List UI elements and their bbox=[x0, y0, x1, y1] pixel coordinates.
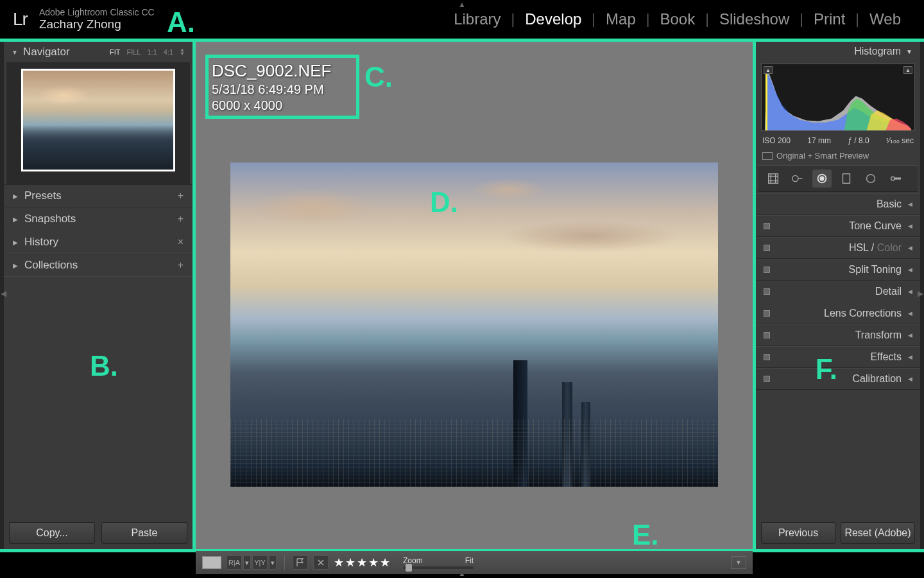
graduated-filter-tool-icon[interactable] bbox=[837, 170, 856, 188]
panel-switch-icon[interactable] bbox=[764, 288, 770, 295]
star-icon[interactable]: ★ bbox=[334, 556, 344, 570]
chevron-left-icon: ◀ bbox=[908, 310, 912, 317]
histogram-display[interactable]: ▲ ▲ bbox=[761, 64, 915, 131]
loupe-view-button[interactable] bbox=[202, 556, 221, 569]
module-web[interactable]: Web bbox=[859, 12, 911, 27]
clear-icon[interactable]: × bbox=[178, 236, 184, 248]
zoom-stepper-icon[interactable]: ▲▼ bbox=[180, 48, 185, 55]
star-icon[interactable]: ★ bbox=[380, 556, 390, 570]
adjustment-brush-tool-icon[interactable] bbox=[886, 170, 905, 188]
panel-label: Snapshots bbox=[24, 213, 76, 225]
module-library[interactable]: Library bbox=[443, 12, 511, 27]
panel-switch-icon[interactable] bbox=[764, 376, 770, 382]
panel-switch-icon[interactable] bbox=[764, 354, 770, 360]
panel-switch-icon[interactable] bbox=[764, 310, 770, 317]
previous-button[interactable]: Previous bbox=[761, 522, 835, 544]
flag-pick-icon[interactable] bbox=[293, 556, 308, 570]
detail-panel[interactable]: Detail ◀ bbox=[756, 281, 920, 302]
section-label: Split Toning bbox=[849, 264, 902, 276]
module-map[interactable]: Map bbox=[595, 12, 646, 27]
svg-rect-8 bbox=[894, 178, 900, 179]
navigator-preview[interactable] bbox=[21, 69, 175, 171]
before-after-dropdown-icon[interactable]: ▾ bbox=[243, 556, 251, 570]
rating-stars[interactable]: ★ ★ ★ ★ ★ bbox=[334, 556, 390, 570]
annotation-divider-left bbox=[193, 39, 196, 552]
annotation-label-b: B. bbox=[90, 350, 118, 382]
shadow-clipping-icon[interactable]: ▲ bbox=[764, 66, 773, 74]
svg-rect-0 bbox=[766, 71, 767, 130]
panel-toggle-right-icon[interactable]: ▶ bbox=[918, 289, 923, 298]
zoom-slider[interactable]: Zoom Fit bbox=[403, 556, 474, 569]
add-icon[interactable]: + bbox=[178, 259, 184, 271]
split-toning-panel[interactable]: Split Toning ◀ bbox=[756, 259, 920, 281]
paste-button[interactable]: Paste bbox=[101, 522, 187, 544]
navigator-header[interactable]: ▼ Navigator FIT FILL 1:1 4:1 ▲▼ bbox=[4, 42, 193, 62]
navigator-title: Navigator bbox=[23, 46, 70, 58]
panel-switch-icon[interactable] bbox=[764, 267, 770, 273]
snapshots-panel[interactable]: ▶ Snapshots + bbox=[4, 207, 193, 231]
zoom-fill[interactable]: FILL bbox=[126, 48, 141, 56]
redeye-tool-icon[interactable] bbox=[812, 170, 832, 188]
module-print[interactable]: Print bbox=[803, 12, 855, 27]
annotation-divider-right bbox=[753, 39, 756, 552]
annotation-label-e: E. bbox=[632, 519, 659, 551]
panel-label: Presets bbox=[24, 189, 62, 202]
highlight-clipping-icon[interactable]: ▲ bbox=[903, 66, 912, 74]
toolbar-options-dropdown-icon[interactable]: ▼ bbox=[731, 556, 746, 569]
hsl-panel[interactable]: HSL / Color ◀ bbox=[756, 237, 920, 259]
crop-tool-icon[interactable] bbox=[764, 170, 783, 188]
section-label: Transform bbox=[855, 329, 902, 341]
panel-switch-icon[interactable] bbox=[764, 332, 770, 338]
effects-panel[interactable]: Effects ◀ bbox=[756, 346, 920, 368]
copy-button[interactable]: Copy... bbox=[9, 522, 95, 544]
section-label: Effects bbox=[870, 351, 902, 363]
presets-panel[interactable]: ▶ Presets + bbox=[4, 184, 193, 207]
transform-panel[interactable]: Transform ◀ bbox=[756, 324, 920, 346]
histogram-header[interactable]: Histogram ▼ bbox=[756, 42, 920, 61]
flag-reject-icon[interactable] bbox=[313, 556, 329, 570]
zoom-track[interactable] bbox=[403, 566, 474, 569]
panel-toggle-top-icon[interactable]: ▲ bbox=[458, 0, 466, 9]
star-icon[interactable]: ★ bbox=[368, 556, 379, 570]
before-after-lr-button[interactable]: R|A bbox=[227, 556, 242, 570]
identity-plate[interactable]: Zachary Zhong bbox=[39, 17, 155, 31]
panel-toggle-left-icon[interactable]: ◀ bbox=[1, 289, 6, 298]
radial-filter-tool-icon[interactable] bbox=[861, 170, 880, 188]
decorative-cloud bbox=[470, 179, 547, 201]
chevron-left-icon: ◀ bbox=[908, 245, 912, 251]
calibration-panel[interactable]: Calibration ◀ bbox=[756, 368, 920, 390]
zoom-1to1[interactable]: 1:1 bbox=[147, 48, 157, 56]
before-after-dropdown-icon[interactable]: ▾ bbox=[269, 556, 277, 570]
star-icon[interactable]: ★ bbox=[357, 556, 367, 570]
add-icon[interactable]: + bbox=[178, 213, 184, 225]
zoom-custom[interactable]: 4:1 bbox=[164, 48, 173, 56]
history-panel[interactable]: ▶ History × bbox=[4, 231, 193, 254]
add-icon[interactable]: + bbox=[178, 190, 184, 202]
collections-panel[interactable]: ▶ Collections + bbox=[4, 254, 193, 277]
chevron-left-icon: ◀ bbox=[908, 332, 912, 338]
left-panel: ▼ Navigator FIT FILL 1:1 4:1 ▲▼ ▶ Preset… bbox=[0, 42, 193, 549]
zoom-thumb[interactable] bbox=[406, 564, 412, 572]
decorative-cloud bbox=[499, 220, 679, 252]
module-slideshow[interactable]: Slideshow bbox=[709, 12, 800, 27]
preview-mode-indicator[interactable]: Original + Smart Preview bbox=[756, 148, 920, 164]
chevron-right-icon: ▶ bbox=[13, 262, 18, 269]
zoom-fit[interactable]: FIT bbox=[110, 48, 121, 56]
panel-switch-icon[interactable] bbox=[764, 223, 770, 229]
basic-panel[interactable]: Basic ◀ bbox=[756, 193, 920, 215]
svg-rect-5 bbox=[843, 174, 850, 184]
reset-button[interactable]: Reset (Adobe) bbox=[841, 522, 915, 544]
spot-removal-tool-icon[interactable] bbox=[788, 170, 807, 188]
star-icon[interactable]: ★ bbox=[345, 556, 355, 570]
lens-corrections-panel[interactable]: Lens Corrections ◀ bbox=[756, 302, 920, 324]
svg-rect-1 bbox=[769, 174, 778, 184]
module-book[interactable]: Book bbox=[649, 12, 705, 27]
right-panel: Histogram ▼ ▲ ▲ ISO 200 17 mm ƒ / 8.0 ¹⁄… bbox=[756, 42, 924, 549]
before-after-swap-button[interactable]: Y|Y bbox=[252, 556, 268, 570]
section-label: HSL / Color bbox=[849, 242, 902, 254]
before-after-group: R|A ▾ Y|Y ▾ bbox=[227, 556, 277, 570]
module-develop[interactable]: Develop bbox=[515, 12, 592, 27]
chevron-right-icon: ▶ bbox=[13, 193, 18, 200]
tone-curve-panel[interactable]: Tone Curve ◀ bbox=[756, 215, 920, 237]
panel-switch-icon[interactable] bbox=[764, 245, 770, 251]
